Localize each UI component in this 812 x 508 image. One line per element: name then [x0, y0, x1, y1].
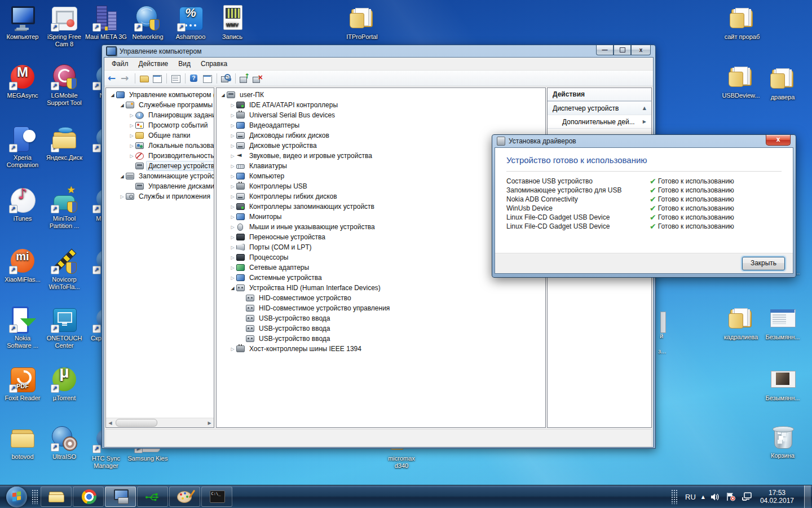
chevron-up-icon[interactable]: ▲: [643, 106, 646, 111]
desktop-icon[interactable]: botovod: [1, 424, 44, 461]
horizontal-scrollbar[interactable]: ◀ ▶: [106, 418, 214, 427]
desktop-icon[interactable]: USBDeview...: [720, 63, 762, 99]
desktop-icon[interactable]: Безымянн...: [761, 366, 804, 402]
tree-item[interactable]: user-ПК: [218, 90, 545, 100]
desktop-icon[interactable]: ↗Ashampoo: [169, 5, 212, 41]
show-desktop-button[interactable]: [804, 485, 811, 508]
taskbar-button-paint[interactable]: [169, 487, 200, 507]
tree-expander-icon[interactable]: [128, 123, 135, 128]
tree-expander-icon[interactable]: [118, 103, 126, 108]
tree-item[interactable]: Службы и приложения: [107, 191, 214, 202]
tree-item[interactable]: USB-устройство ввода: [218, 323, 545, 334]
close-button[interactable]: x: [631, 45, 651, 55]
help-icon[interactable]: [189, 74, 200, 83]
desktop-icon[interactable]: Компьютер: [1, 5, 44, 41]
tree-expander-icon[interactable]: [109, 93, 116, 98]
dialog-titlebar[interactable]: Установка драйверов: [495, 135, 793, 147]
menu-справка[interactable]: Справка: [196, 58, 232, 69]
scroll-right-arrow-icon[interactable]: ▶: [205, 421, 214, 426]
desktop-icon[interactable]: ↗MEGAsync: [1, 63, 44, 99]
desktop-icon[interactable]: Безымянн...: [761, 305, 804, 341]
tree-expander-icon[interactable]: [128, 154, 135, 159]
close-dialog-button[interactable]: Закрыть: [742, 257, 785, 270]
desktop-icon[interactable]: ↗µTorrent: [43, 366, 86, 402]
desktop-icon[interactable]: ↗XiaoMiFlas...: [1, 247, 44, 283]
tree-expander-icon[interactable]: [229, 255, 236, 260]
desktop-icon[interactable]: ↗UltraISO: [43, 424, 86, 461]
desktop-icon[interactable]: ↗Foxit Reader: [1, 366, 44, 402]
menu-вид[interactable]: Вид: [173, 58, 196, 69]
desktop-icon[interactable]: ↗Xperia Companion: [1, 125, 44, 169]
tree-expander-icon[interactable]: [229, 204, 236, 209]
tree-item[interactable]: IDE ATA/ATAPI контроллеры: [218, 100, 545, 110]
menu-файл[interactable]: Файл: [107, 58, 134, 69]
tree-expander-icon[interactable]: [128, 133, 135, 138]
folder-icon[interactable]: [139, 74, 149, 83]
clock[interactable]: 17:53 04.02.2017: [760, 489, 794, 505]
uninstall-device-icon[interactable]: [253, 74, 263, 83]
desktop-icon[interactable]: ↗Яндекс.Диск: [43, 125, 86, 161]
desktop-icon[interactable]: ↗Maui META 3G ...: [85, 5, 127, 48]
chevron-right-icon[interactable]: ▶: [643, 119, 646, 124]
scan-hardware-icon[interactable]: [240, 74, 250, 83]
tree-expander-icon[interactable]: [229, 133, 236, 138]
volume-icon[interactable]: [710, 493, 720, 501]
console2-icon[interactable]: [202, 74, 213, 83]
back-icon[interactable]: [108, 74, 118, 83]
tree-expander-icon[interactable]: [229, 245, 236, 250]
tree-item[interactable]: USB-устройство ввода: [218, 313, 545, 323]
tree-expander-icon[interactable]: [229, 265, 236, 270]
tree-expander-icon[interactable]: [229, 164, 236, 169]
actions-device-manager[interactable]: Диспетчер устройств ▲: [548, 102, 651, 115]
tree-item[interactable]: Планировщик заданий: [107, 110, 214, 120]
tree-item[interactable]: USB-устройство ввода: [218, 334, 545, 344]
tree-item[interactable]: HID-совместимое устройство управления: [218, 303, 545, 313]
tree-item[interactable]: Просмотр событий: [107, 120, 214, 130]
taskbar-button-chrome[interactable]: [73, 487, 104, 507]
tree-item[interactable]: Устройства HID (Human Interface Devices): [218, 283, 545, 293]
tree-expander-icon[interactable]: [118, 174, 126, 179]
forward-icon[interactable]: [121, 74, 131, 83]
tree-expander-icon[interactable]: [229, 103, 236, 108]
desktop-icon[interactable]: ↗Networking: [126, 5, 169, 41]
desktop-icon[interactable]: ↗iTunes: [1, 186, 44, 222]
desktop-icon[interactable]: ↗MiniTool Partition ...: [43, 186, 86, 230]
tree-item[interactable]: Общие папки: [107, 130, 214, 141]
tree-item[interactable]: Universal Serial Bus devices: [218, 110, 545, 120]
console-icon[interactable]: [152, 74, 162, 83]
tree-item[interactable]: Управление компьютером (л: [107, 90, 214, 100]
language-indicator[interactable]: RU: [685, 493, 696, 501]
dialog-close-button[interactable]: x: [766, 135, 791, 146]
desktop-icon[interactable]: Корзина: [761, 423, 804, 459]
tree-expander-icon[interactable]: [229, 184, 236, 189]
tree-expander-icon[interactable]: [229, 275, 236, 281]
minimize-button[interactable]: —: [596, 45, 614, 55]
desktop-icon[interactable]: ↗ONETOUCH Center: [43, 306, 86, 349]
start-button[interactable]: [6, 487, 27, 507]
desktop-icon[interactable]: ↗LGMobile Support Tool: [43, 63, 86, 107]
desktop-icon[interactable]: ↗iSpring Free Cam 8: [43, 5, 86, 48]
tree-item[interactable]: Запоминающие устройст: [107, 171, 214, 181]
tree-expander-icon[interactable]: [229, 286, 236, 291]
tree-item[interactable]: Локальные пользовате: [107, 141, 214, 151]
tree-item[interactable]: HID-совместимое устройство: [218, 293, 545, 303]
tree-item-selected[interactable]: Диспетчер устройств: [107, 161, 214, 171]
taskbar-button-explorer[interactable]: [41, 487, 72, 507]
tree-expander-icon[interactable]: [229, 194, 236, 199]
actions-more[interactable]: Дополнительные дей... ▶: [548, 115, 651, 129]
tree-expander-icon[interactable]: [229, 225, 236, 230]
taskbar-button-cmd[interactable]: [201, 487, 232, 507]
network-icon[interactable]: [742, 492, 752, 501]
tree-expander-icon[interactable]: [229, 123, 236, 128]
window-titlebar[interactable]: Управление компьютером: [104, 45, 654, 57]
taskbar-button-usb[interactable]: [137, 487, 168, 507]
tree-item[interactable]: Хост-контроллеры шины IEEE 1394: [218, 344, 545, 354]
maximize-button[interactable]: [614, 45, 631, 55]
show-hidden-icons-icon[interactable]: ▲: [701, 494, 705, 500]
tree-expander-icon[interactable]: [118, 194, 126, 199]
desktop-icon[interactable]: ↗Nokia Software ...: [1, 306, 44, 349]
list-icon[interactable]: [171, 74, 181, 83]
tree-expander-icon[interactable]: [229, 235, 236, 240]
tree-item[interactable]: Служебные программы: [107, 100, 214, 110]
desktop-icon[interactable]: ↗Novicorp WinToFla...: [43, 247, 86, 291]
